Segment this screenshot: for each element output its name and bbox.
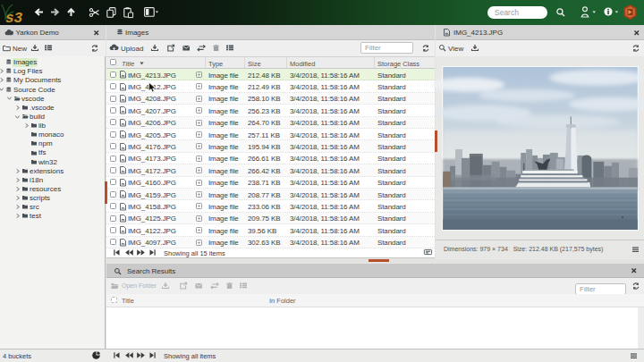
svg-text:s3: s3 [5, 11, 23, 27]
